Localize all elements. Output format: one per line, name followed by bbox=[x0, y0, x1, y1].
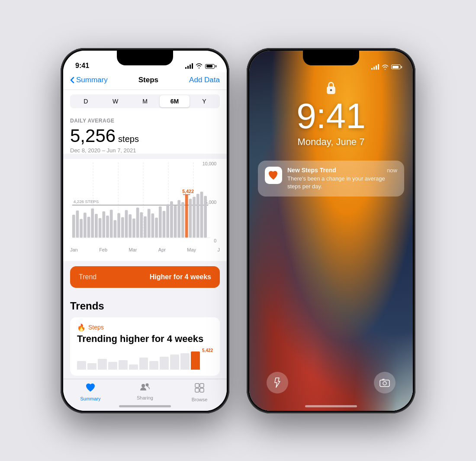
time-range-selector: D W M 6M Y bbox=[63, 90, 227, 113]
stats-section: DAILY AVERAGE 5,256 steps Dec 8, 2020 – … bbox=[63, 113, 227, 154]
health-heart-icon bbox=[268, 170, 279, 181]
svg-rect-47 bbox=[204, 196, 207, 238]
camera-button[interactable] bbox=[374, 372, 396, 393]
flashlight-button[interactable] bbox=[267, 372, 288, 393]
lock-signal-icon bbox=[371, 64, 379, 70]
notif-header: New Steps Trend now bbox=[287, 167, 397, 174]
heart-icon bbox=[85, 383, 96, 395]
tab-summary[interactable]: Summary bbox=[63, 383, 118, 402]
tab-sharing[interactable]: Sharing bbox=[118, 383, 172, 402]
pill-6m[interactable]: 6M bbox=[160, 95, 189, 107]
mini-chart: 5,422 bbox=[77, 348, 213, 370]
back-button[interactable]: Summary bbox=[70, 76, 108, 84]
camera-icon bbox=[380, 378, 390, 387]
notif-message: There's been a change in your average st… bbox=[287, 175, 397, 190]
svg-rect-35 bbox=[166, 204, 169, 237]
sharing-icon bbox=[139, 383, 151, 394]
svg-text:10,000: 10,000 bbox=[203, 161, 217, 166]
month-jan: Jan bbox=[70, 247, 78, 252]
browse-icon bbox=[194, 383, 205, 396]
month-may: May bbox=[187, 247, 196, 252]
trend-headline: Trending higher for 4 weeks bbox=[77, 333, 213, 345]
svg-rect-13 bbox=[84, 213, 87, 238]
signal-icon bbox=[185, 64, 193, 69]
svg-rect-17 bbox=[99, 218, 102, 237]
lock-bottom-controls bbox=[249, 372, 413, 393]
notch bbox=[117, 51, 173, 65]
status-time: 9:41 bbox=[75, 62, 89, 70]
month-feb: Feb bbox=[99, 247, 107, 252]
svg-rect-12 bbox=[80, 219, 83, 237]
svg-rect-53 bbox=[195, 388, 199, 392]
svg-rect-22 bbox=[117, 213, 120, 238]
page-title: Steps bbox=[138, 76, 158, 84]
tab-summary-label: Summary bbox=[80, 396, 100, 401]
pill-m[interactable]: M bbox=[130, 95, 160, 107]
svg-point-56 bbox=[330, 89, 332, 91]
lock-battery-icon bbox=[391, 64, 401, 69]
svg-rect-30 bbox=[148, 209, 151, 238]
svg-rect-44 bbox=[193, 197, 196, 238]
content-area: D W M 6M Y DAILY AVERAGE 5,256 steps Dec… bbox=[63, 90, 227, 379]
lock-status-icons bbox=[371, 64, 401, 70]
lock-icon-container bbox=[249, 81, 413, 95]
svg-point-50 bbox=[146, 383, 149, 386]
trend-card[interactable]: 🔥 Steps Trending higher for 4 weeks bbox=[70, 317, 220, 376]
pill-w[interactable]: W bbox=[100, 95, 130, 107]
svg-rect-24 bbox=[125, 210, 128, 238]
notif-app-icon bbox=[265, 167, 282, 184]
trend-card-header: 🔥 Steps bbox=[77, 323, 213, 332]
svg-rect-29 bbox=[144, 216, 147, 237]
daily-average-label: DAILY AVERAGE bbox=[70, 118, 220, 124]
wifi-icon bbox=[196, 63, 203, 70]
svg-rect-45 bbox=[196, 193, 199, 237]
nav-header: Summary Steps Add Data bbox=[63, 72, 227, 90]
svg-rect-51 bbox=[195, 384, 199, 387]
svg-rect-31 bbox=[151, 213, 154, 238]
lock-wifi-icon bbox=[382, 64, 389, 70]
steps-count: 5,256 steps bbox=[70, 126, 220, 146]
pill-y[interactable]: Y bbox=[190, 95, 219, 107]
notif-app-name: New Steps Trend bbox=[287, 167, 336, 174]
home-indicator-2 bbox=[305, 405, 357, 407]
svg-rect-54 bbox=[200, 388, 204, 392]
svg-point-49 bbox=[142, 384, 145, 387]
svg-rect-46 bbox=[200, 191, 203, 237]
flashlight-icon bbox=[273, 377, 281, 388]
tab-browse[interactable]: Browse bbox=[172, 383, 227, 402]
svg-rect-34 bbox=[163, 211, 166, 238]
svg-text:0: 0 bbox=[214, 238, 216, 243]
add-data-button[interactable]: Add Data bbox=[189, 76, 220, 84]
svg-rect-26 bbox=[132, 218, 135, 237]
chart-area: 10,000 5,000 0 4,226 STEPS bbox=[63, 159, 227, 261]
trend-button[interactable]: Trend Higher for 4 weeks bbox=[70, 266, 220, 288]
svg-rect-40 bbox=[185, 194, 188, 238]
svg-text:5,422: 5,422 bbox=[182, 188, 194, 193]
notification-card[interactable]: New Steps Trend now There's been a chang… bbox=[258, 161, 404, 197]
back-label: Summary bbox=[76, 76, 108, 84]
svg-point-58 bbox=[383, 381, 386, 385]
home-indicator bbox=[119, 405, 171, 407]
trends-title: Trends bbox=[70, 300, 220, 312]
month-apr: Apr bbox=[158, 247, 166, 252]
trend-value: Higher for 4 weeks bbox=[150, 273, 211, 281]
svg-rect-32 bbox=[155, 217, 158, 237]
svg-rect-10 bbox=[72, 214, 75, 237]
trend-category: Steps bbox=[88, 324, 104, 331]
svg-rect-38 bbox=[177, 200, 180, 238]
tab-sharing-label: Sharing bbox=[137, 395, 153, 400]
svg-rect-19 bbox=[106, 215, 109, 237]
steps-unit: steps bbox=[118, 134, 139, 144]
trend-label: Trend bbox=[79, 273, 96, 281]
svg-rect-39 bbox=[181, 202, 184, 238]
svg-rect-37 bbox=[174, 205, 177, 237]
trends-section: Trends 🔥 Steps Trending higher for 4 wee… bbox=[63, 293, 227, 376]
lock-icon bbox=[325, 81, 337, 95]
notch-2 bbox=[303, 51, 359, 65]
svg-rect-33 bbox=[159, 206, 162, 237]
svg-rect-28 bbox=[140, 212, 143, 238]
pill-d[interactable]: D bbox=[71, 95, 100, 107]
time-pills: D W M 6M Y bbox=[70, 94, 220, 108]
svg-rect-23 bbox=[121, 217, 124, 237]
svg-rect-20 bbox=[110, 210, 113, 238]
